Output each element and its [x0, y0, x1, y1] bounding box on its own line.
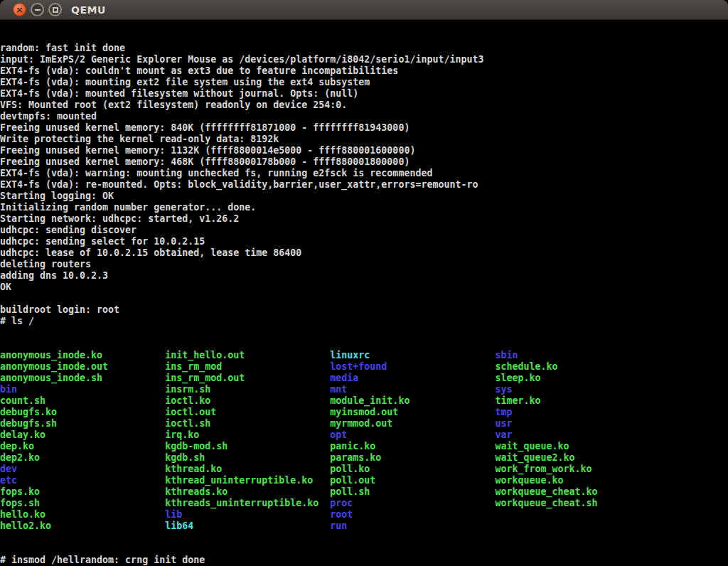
file-entry-exec: insrm.sh	[165, 384, 330, 395]
terminal-line: deleting routers	[0, 259, 728, 270]
file-entry-exec: wait_queue2.ko	[495, 452, 660, 464]
file-entry-exec: anonymous_inode.out	[0, 361, 165, 373]
terminal-line: EXT4-fs (vda): re-mounted. Opts: block_v…	[0, 179, 728, 191]
file-entry-exec: delay.ko	[0, 429, 165, 441]
file-entry-dir: sbin	[495, 350, 660, 361]
file-entry-dir: media	[330, 373, 495, 384]
terminal-line: EXT4-fs (vda): mounted filesystem withou…	[0, 88, 728, 100]
terminal-line: udhcpc: sending discover	[0, 225, 728, 236]
maximize-icon	[53, 7, 58, 13]
file-entry-exec: poll.sh	[330, 486, 495, 498]
file-entry-dir: sys	[495, 384, 660, 395]
terminal-line: Freeing unused kernel memory: 1132K (fff…	[0, 145, 728, 156]
qemu-window: × QEMU random: fast init doneinput: ImEx…	[0, 0, 728, 566]
file-entry-exec: count.sh	[0, 395, 165, 407]
file-entry-exec: kgdb.sh	[165, 452, 330, 464]
file-entry-exec: myinsmod.out	[330, 407, 495, 418]
terminal-line: Freeing unused kernel memory: 840K (ffff…	[0, 122, 728, 134]
file-entry-exec: sleep.ko	[495, 373, 660, 384]
file-entry-dir: run	[330, 520, 495, 532]
ls-row: hello.kolibroot	[0, 509, 728, 520]
file-entry-dir: etc	[0, 475, 165, 486]
file-entry-exec: hello.ko	[0, 509, 165, 520]
terminal-line: input: ImExPS/2 Generic Explorer Mouse a…	[0, 54, 728, 65]
file-entry-exec: kthreads.ko	[165, 486, 330, 498]
file-entry-exec: fops.ko	[0, 486, 165, 498]
close-button[interactable]: ×	[13, 3, 26, 16]
file-entry-exec: dep.ko	[0, 441, 165, 452]
ls-row: anonymous_inode.outins_rm_modlost+founds…	[0, 361, 728, 373]
file-entry-exec: workqueue_cheat.ko	[495, 486, 660, 498]
file-entry-exec: module_init.ko	[330, 395, 495, 407]
terminal-line: buildroot login: root	[0, 304, 728, 316]
maximize-button[interactable]	[48, 3, 62, 16]
file-entry-exec: ioctl.sh	[165, 418, 330, 429]
ls-row: fops.shkthreads_uninterruptible.koprocwo…	[0, 498, 728, 509]
terminal-line: udhcpc: lease of 10.0.2.15 obtained, lea…	[0, 247, 728, 259]
file-entry-link: linuxrc	[330, 350, 495, 361]
terminal-line: EXT4-fs (vda): couldn't mount as ext3 du…	[0, 65, 728, 77]
window-title: QEMU	[71, 4, 106, 16]
file-entry-exec: anonymous_inode.ko	[0, 350, 165, 361]
file-entry-exec: hello2.ko	[0, 520, 165, 532]
file-entry-dir: tmp	[495, 407, 660, 418]
file-entry-exec: anonymous_inode.sh	[0, 373, 165, 384]
ls-row: anonymous_inode.koinit_hello.outlinuxrcs…	[0, 350, 728, 361]
ls-row: etckthread_uninterruptible.kopoll.outwor…	[0, 475, 728, 486]
terminal-line: devtmpfs: mounted	[0, 111, 728, 122]
ls-row: anonymous_inode.shins_rm_mod.outmediasle…	[0, 373, 728, 384]
file-entry-exec: schedule.ko	[495, 361, 660, 373]
file-entry-exec: irq.ko	[165, 429, 330, 441]
minimize-button[interactable]	[31, 3, 44, 16]
file-entry-link: lib64	[165, 520, 330, 532]
ls-row: debugfs.shioctl.shmyrmmod.outusr	[0, 418, 728, 429]
minimize-icon	[35, 9, 41, 11]
terminal-line: # insmod /hellrandom: crng init done	[0, 555, 728, 566]
file-entry-exec: workqueue.ko	[495, 475, 660, 486]
ls-row: delay.koirq.kooptvar	[0, 429, 728, 441]
file-entry-exec: panic.ko	[330, 441, 495, 452]
file-entry-dir: usr	[495, 418, 660, 429]
ls-row: bininsrm.shmntsys	[0, 384, 728, 395]
terminal-line: Initializing random number generator... …	[0, 202, 728, 213]
boot-log: random: fast init doneinput: ImExPS/2 Ge…	[0, 43, 728, 327]
terminal-line: EXT4-fs (vda): mounting ext2 file system…	[0, 77, 728, 88]
file-entry-dir: lost+found	[330, 361, 495, 373]
terminal-line: Starting logging: OK	[0, 191, 728, 202]
ls-row: count.shioctl.komodule_init.kotimer.ko	[0, 395, 728, 407]
ls-row: dep2.kokgdb.shparams.kowait_queue2.ko	[0, 452, 728, 464]
file-entry-exec: kthread.ko	[165, 464, 330, 475]
terminal-line: random: fast init done	[0, 43, 728, 54]
file-entry-dir: opt	[330, 429, 495, 441]
file-entry-exec: poll.out	[330, 475, 495, 486]
file-entry-dir: proc	[330, 498, 495, 509]
terminal-line: # ls /	[0, 316, 728, 327]
command-log: # insmod /hellrandom: crng init done# in…	[0, 555, 728, 566]
file-entry-exec: timer.ko	[495, 395, 660, 407]
terminal-line: udhcpc: sending select for 10.0.2.15	[0, 236, 728, 247]
file-entry-dir: root	[330, 509, 495, 520]
file-entry-exec: kthreads_uninterruptible.ko	[165, 498, 330, 509]
file-entry-dir: dev	[0, 464, 165, 475]
terminal-line: EXT4-fs (vda): warning: mounting uncheck…	[0, 168, 728, 179]
terminal-line: adding dns 10.0.2.3	[0, 270, 728, 282]
file-entry-exec: ioctl.ko	[165, 395, 330, 407]
terminal-line: VFS: Mounted root (ext2 filesystem) read…	[0, 100, 728, 111]
file-entry-exec: init_hello.out	[165, 350, 330, 361]
terminal-line: Starting network: udhcpc: started, v1.26…	[0, 213, 728, 225]
file-entry-exec: fops.sh	[0, 498, 165, 509]
file-entry-dir: bin	[0, 384, 165, 395]
file-entry-dir: lib	[165, 509, 330, 520]
file-entry-exec: wait_queue.ko	[495, 441, 660, 452]
file-entry-exec: kthread_uninterruptible.ko	[165, 475, 330, 486]
file-entry-exec: ioctl.out	[165, 407, 330, 418]
file-entry-exec: debugfs.sh	[0, 418, 165, 429]
file-entry-exec: params.ko	[330, 452, 495, 464]
terminal-line	[0, 293, 728, 304]
file-entry-exec: dep2.ko	[0, 452, 165, 464]
file-entry-exec: myrmmod.out	[330, 418, 495, 429]
file-entry-exec: workqueue_cheat.sh	[495, 498, 660, 509]
file-entry-exec: debugfs.ko	[0, 407, 165, 418]
terminal-screen[interactable]: random: fast init doneinput: ImExPS/2 Ge…	[0, 20, 728, 566]
file-entry-exec: work_from_work.ko	[495, 464, 660, 475]
